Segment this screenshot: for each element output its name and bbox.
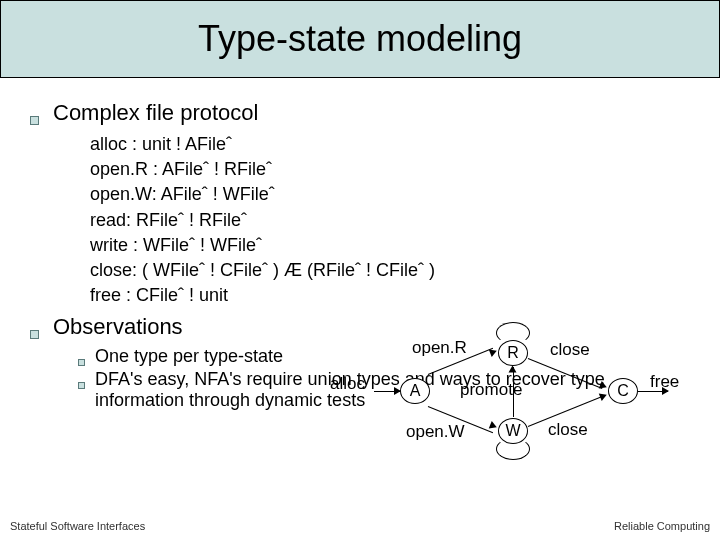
footer-left: Stateful Software Interfaces — [10, 520, 145, 532]
edge-label-openR: open.R — [412, 338, 467, 358]
protocol-line: free : CFileˆ ! unit — [90, 283, 690, 308]
arrowhead-icon — [599, 381, 608, 391]
edge-label-openW: open.W — [406, 422, 465, 442]
state-node-W: W — [498, 418, 528, 444]
protocol-line: read: RFileˆ ! RFileˆ — [90, 208, 690, 233]
edge-label-free: free — [650, 372, 679, 392]
protocol-lines: alloc : unit ! AFileˆ open.R : AFileˆ ! … — [90, 132, 690, 308]
slide-title: Type-state modeling — [198, 18, 522, 60]
state-diagram: A R W C alloc open.R open.W promote clos… — [330, 310, 710, 490]
node-label: C — [617, 382, 629, 400]
state-node-R: R — [498, 340, 528, 366]
footer-right: Reliable Computing — [614, 520, 710, 532]
node-label: W — [505, 422, 520, 440]
slide-title-box: Type-state modeling — [0, 0, 720, 78]
observation-text: One type per type-state — [95, 346, 283, 367]
edge-label-alloc: alloc — [330, 374, 365, 394]
section-complex-protocol: Complex file protocol — [30, 100, 690, 126]
edge-label-promote: promote — [460, 380, 522, 400]
section-heading: Complex file protocol — [53, 100, 258, 126]
protocol-line: write : WFileˆ ! WFileˆ — [90, 233, 690, 258]
edge-label-closeW: close — [548, 420, 588, 440]
arrowhead-icon — [489, 347, 498, 357]
node-label: A — [410, 382, 421, 400]
protocol-line: open.W: AFileˆ ! WFileˆ — [90, 182, 690, 207]
protocol-line: open.R : AFileˆ ! RFileˆ — [90, 157, 690, 182]
bullet-icon — [30, 116, 39, 125]
arrowhead-icon — [489, 421, 498, 431]
slide-footer: Stateful Software Interfaces Reliable Co… — [0, 520, 720, 532]
state-node-A: A — [400, 378, 430, 404]
protocol-line: close: ( WFileˆ ! CFileˆ ) Æ (RFileˆ ! C… — [90, 258, 690, 283]
state-node-C: C — [608, 378, 638, 404]
bullet-icon — [30, 330, 39, 339]
bullet-icon — [78, 382, 85, 389]
edge-closeR — [528, 358, 603, 389]
protocol-line: alloc : unit ! AFileˆ — [90, 132, 690, 157]
bullet-icon — [78, 359, 85, 366]
arrowhead-icon — [509, 366, 517, 373]
section-heading: Observations — [53, 314, 183, 340]
node-label: R — [507, 344, 519, 362]
edge-label-closeR: close — [550, 340, 590, 360]
arrowhead-icon — [599, 391, 608, 401]
